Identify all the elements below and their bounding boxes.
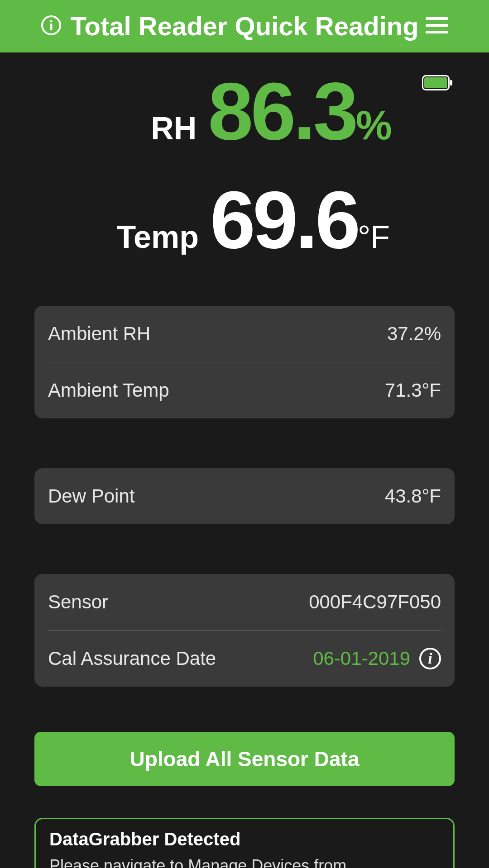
primary-readings: RH 86.3% Temp 69.6°F bbox=[0, 52, 489, 261]
datagrabber-notice: DataGrabber Detected Please navigate to … bbox=[34, 818, 455, 868]
info-icon bbox=[41, 15, 62, 36]
page-title: Total Reader Quick Reading bbox=[41, 12, 448, 41]
dewpoint-value: 43.8°F bbox=[385, 485, 441, 507]
svg-rect-8 bbox=[450, 80, 452, 85]
notice-text: Please navigate to Manage Devices from t… bbox=[49, 855, 361, 868]
temp-label: Temp bbox=[99, 219, 199, 255]
sensor-card: Sensor 000F4C97F050 Cal Assurance Date 0… bbox=[34, 574, 455, 687]
notice-title: DataGrabber Detected bbox=[49, 829, 361, 849]
temp-unit: °F bbox=[358, 219, 390, 255]
ambient-temp-row: Ambient Temp 71.3°F bbox=[48, 362, 441, 418]
ambient-rh-row: Ambient RH 37.2% bbox=[48, 306, 441, 362]
dewpoint-row: Dew Point 43.8°F bbox=[48, 468, 441, 524]
sensor-id-value: 000F4C97F050 bbox=[309, 591, 441, 613]
temp-value: 69.6 bbox=[210, 174, 358, 265]
svg-rect-3 bbox=[426, 17, 448, 20]
svg-rect-4 bbox=[426, 24, 448, 27]
ambient-card: Ambient RH 37.2% Ambient Temp 71.3°F bbox=[34, 306, 455, 418]
app-header: Total Reader Quick Reading bbox=[0, 0, 489, 52]
dewpoint-label: Dew Point bbox=[48, 485, 134, 507]
notice-content: DataGrabber Detected Please navigate to … bbox=[49, 829, 361, 868]
svg-rect-5 bbox=[426, 31, 448, 33]
header-info-button[interactable] bbox=[41, 15, 62, 38]
ambient-rh-value: 37.2% bbox=[387, 323, 441, 345]
menu-button[interactable] bbox=[426, 17, 448, 35]
rh-unit: % bbox=[356, 103, 392, 148]
sensor-id-row: Sensor 000F4C97F050 bbox=[48, 574, 441, 630]
battery-icon bbox=[422, 75, 453, 90]
rh-label: RH bbox=[97, 110, 197, 147]
ambient-rh-label: Ambient RH bbox=[48, 323, 150, 345]
dewpoint-card: Dew Point 43.8°F bbox=[34, 468, 455, 524]
svg-point-1 bbox=[50, 20, 53, 23]
rh-value: 86.3 bbox=[208, 66, 355, 157]
cal-date-label: Cal Assurance Date bbox=[48, 648, 216, 669]
rh-reading-row: RH 86.3% bbox=[27, 71, 462, 152]
temp-reading-row: Temp 69.6°F bbox=[27, 179, 462, 261]
svg-rect-2 bbox=[50, 24, 53, 30]
ambient-temp-label: Ambient Temp bbox=[48, 379, 169, 401]
hamburger-icon bbox=[426, 17, 448, 33]
sensor-label: Sensor bbox=[48, 591, 108, 613]
svg-rect-7 bbox=[424, 77, 447, 88]
battery-indicator bbox=[422, 75, 453, 92]
upload-button[interactable]: Upload All Sensor Data bbox=[34, 732, 455, 786]
notice-open-button[interactable]: OPEN bbox=[375, 864, 440, 868]
ambient-temp-value: 71.3°F bbox=[385, 379, 441, 401]
cal-date-value: 06-01-2019 bbox=[313, 648, 410, 669]
cal-info-button[interactable]: i bbox=[419, 648, 441, 669]
cal-date-row: Cal Assurance Date 06-01-2019 i bbox=[48, 631, 441, 687]
